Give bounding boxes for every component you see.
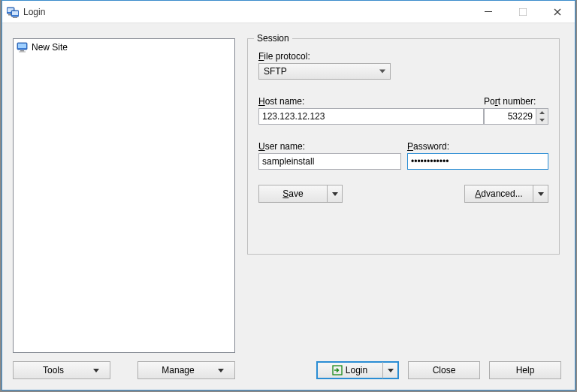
file-protocol-select[interactable]: SFTP (258, 63, 391, 80)
file-protocol-value: SFTP (264, 66, 287, 77)
chevron-down-icon (388, 369, 394, 372)
file-protocol-label: File protocol: (258, 51, 548, 62)
svg-rect-9 (18, 44, 26, 48)
close-button[interactable]: Close (408, 361, 480, 379)
login-window: Login (2, 0, 575, 390)
save-split-button[interactable]: Save (258, 185, 343, 203)
host-input[interactable] (258, 108, 484, 125)
close-window-button[interactable] (540, 1, 575, 23)
maximize-button[interactable] (506, 1, 540, 23)
login-split-button[interactable]: Login (316, 361, 399, 379)
svg-rect-7 (519, 8, 527, 16)
site-item-new-site[interactable]: New Site (14, 39, 234, 56)
svg-rect-6 (485, 11, 492, 12)
minimize-button[interactable] (471, 1, 506, 23)
save-dropdown[interactable] (328, 185, 343, 203)
port-spinner[interactable] (536, 108, 548, 125)
password-label: Password: (407, 141, 548, 152)
advanced-dropdown[interactable] (533, 185, 548, 203)
chevron-down-icon (538, 192, 544, 196)
svg-rect-10 (20, 50, 24, 52)
login-dropdown[interactable] (383, 362, 398, 378)
user-label: User name: (258, 141, 401, 152)
save-button[interactable]: Save (258, 185, 328, 203)
site-icon (17, 41, 29, 53)
chevron-down-icon (218, 369, 224, 372)
user-input[interactable] (258, 153, 401, 170)
port-spin-up[interactable] (536, 109, 548, 116)
login-icon (332, 365, 343, 375)
session-group: Session File protocol: SFTP Host name: (247, 38, 560, 255)
host-label: Host name: (258, 96, 484, 107)
client-area: New Site Session File protocol: SFTP (2, 23, 575, 390)
svg-rect-4 (12, 11, 18, 15)
port-label: Port number: (484, 96, 548, 107)
password-input[interactable] (407, 153, 548, 170)
window-title: Login (23, 7, 45, 17)
close-icon (554, 8, 561, 16)
svg-rect-5 (13, 17, 17, 18)
close-label: Close (433, 365, 456, 375)
advanced-button[interactable]: Advanced... (464, 185, 533, 203)
help-label: Help (516, 365, 535, 375)
chevron-down-icon (93, 369, 99, 372)
titlebar: Login (2, 1, 575, 23)
port-spin-down[interactable] (536, 116, 548, 124)
help-button[interactable]: Help (489, 361, 561, 379)
svg-rect-11 (19, 52, 26, 53)
manage-button[interactable]: Manage (137, 361, 235, 379)
maximize-icon (519, 8, 527, 16)
login-button[interactable]: Login (317, 362, 383, 378)
port-input[interactable] (484, 108, 536, 125)
login-label: Login (346, 365, 367, 375)
minimize-icon (485, 8, 492, 16)
tools-button[interactable]: Tools (13, 361, 110, 379)
session-legend: Session (254, 33, 292, 44)
chevron-down-icon (332, 192, 338, 196)
chevron-down-icon (379, 70, 385, 74)
manage-label: Manage (138, 365, 218, 375)
advanced-split-button[interactable]: Advanced... (464, 185, 548, 203)
tools-label: Tools (14, 365, 93, 375)
site-item-label: New Site (32, 42, 68, 53)
app-icon (7, 6, 19, 18)
site-list[interactable]: New Site (13, 38, 235, 353)
